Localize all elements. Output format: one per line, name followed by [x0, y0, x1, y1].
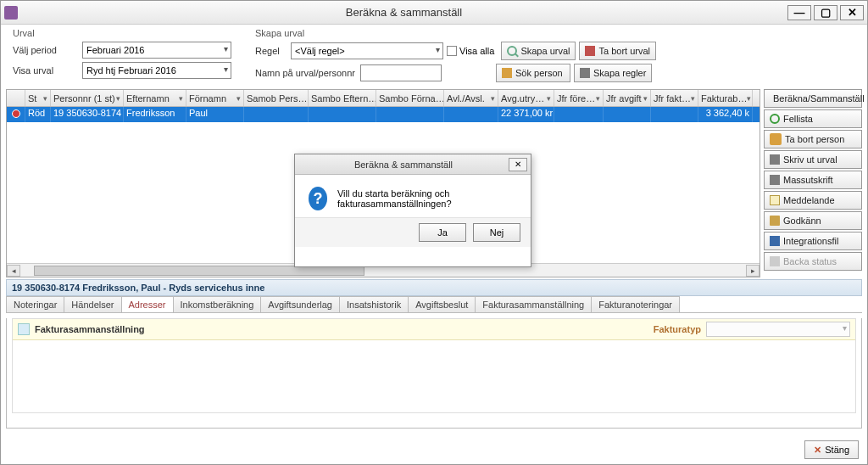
close-icon: ✕ [814, 445, 821, 456]
detail-section-title: Fakturasammanställning [35, 324, 145, 334]
side-button-panel: Beräkna/Sammanställ Fellista Ta bort per… [764, 89, 862, 277]
cell-fakturab: 3 362,40 k [698, 107, 753, 122]
visa-urval-combo[interactable]: Ryd htj Februari 2016 [82, 62, 231, 79]
document-icon [18, 323, 30, 335]
dialog-close-button[interactable]: ✕ [509, 158, 527, 171]
tab-inkomstberakning[interactable]: Inkomstberäkning [173, 296, 262, 312]
cell-fornamn: Paul [186, 107, 244, 122]
visa-urval-label: Visa urval [13, 65, 79, 76]
grid-header-marker[interactable] [7, 90, 25, 106]
cell-efternamn: Fredriksson [124, 107, 186, 122]
close-window-button[interactable]: ✕ [840, 5, 864, 20]
urval-legend: Urval [13, 28, 231, 38]
tab-adresser[interactable]: Adresser [121, 296, 174, 312]
grid-header-jfr-fakt[interactable]: Jfr fakt…▾ [651, 90, 698, 106]
top-form-area: Urval Välj period Februari 2016 Visa urv… [1, 25, 867, 87]
detail-tabs: Noteringar Händelser Adresser Inkomstber… [6, 296, 862, 313]
tab-fakturanoteringar[interactable]: Fakturanoteringar [591, 296, 680, 312]
dialog-body: ? Vill du starta beräkning och fakturasa… [295, 175, 531, 217]
ta-bort-person-button[interactable]: Ta bort person [764, 130, 862, 148]
grid-header-efternamn[interactable]: Efternamn▾ [124, 90, 186, 106]
tab-avgiftsunderlag[interactable]: Avgiftsunderlag [260, 296, 340, 312]
window-title: Beräkna & sammanställ [23, 6, 785, 19]
app-icon [4, 6, 18, 20]
namn-input[interactable] [360, 64, 442, 81]
gear-icon [580, 68, 590, 78]
skapa-regler-button[interactable]: Skapa regler [574, 64, 652, 82]
grid-header-status[interactable]: St▾ [25, 90, 51, 106]
dialog-titlebar: Beräkna & sammanställ ✕ [295, 154, 531, 175]
search-icon [507, 46, 517, 56]
printer-icon [770, 175, 780, 185]
grid-header-fornamn[interactable]: Förnamn▾ [186, 90, 244, 106]
dialog-title: Beräkna & sammanställ [298, 160, 509, 170]
grid-header-sambo-eftern[interactable]: Sambo Eftern…▾ [309, 90, 376, 106]
meddelande-button[interactable]: Meddelande [764, 191, 862, 210]
undo-icon [770, 256, 780, 266]
grid-header-sambo-forna[interactable]: Sambo Förna…▾ [376, 90, 444, 106]
titlebar: Beräkna & sammanställ — ▢ ✕ [1, 1, 867, 25]
dialog-footer: Ja Nej [295, 217, 531, 247]
fakturatyp-combo[interactable] [706, 322, 850, 337]
fakturatyp-label: Fakturatyp [654, 324, 701, 334]
grid-header-fakturab[interactable]: Fakturab…▾ [698, 90, 753, 106]
grid-header-avg-utry[interactable]: Avg.utry…▾ [498, 90, 554, 106]
massutskrift-button[interactable]: Massutskrift [764, 171, 862, 189]
regel-combo[interactable]: <Välj regel> [291, 42, 443, 59]
grid-header-jfr-fore[interactable]: Jfr före…▾ [554, 90, 604, 106]
godkann-button[interactable]: Godkänn [764, 211, 862, 230]
grid-header-personnr[interactable]: Personnr (1 st)▾ [51, 90, 124, 106]
grid-header-samob-pers[interactable]: Samob Pers…▾ [244, 90, 309, 106]
lock-icon [770, 216, 780, 226]
period-label: Välj period [13, 45, 79, 55]
detail-section-header: Fakturasammanställning Fakturatyp [13, 319, 855, 340]
grid-header-row: St▾ Personnr (1 st)▾ Efternamn▾ Förnamn▾… [7, 90, 760, 107]
cell-personnr: 19 350630-8174 [51, 107, 124, 122]
detail-header: 19 350630-8174 Fredriksson, Paul - Ryds … [6, 279, 862, 296]
person-remove-icon [770, 133, 782, 145]
cell-avg-utry: 22 371,00 kr [498, 107, 554, 122]
dialog-text: Vill du starta beräkning och fakturasamm… [337, 188, 517, 209]
tab-insatshistorik[interactable]: Insatshistorik [339, 296, 409, 312]
integration-icon [770, 236, 780, 246]
table-row[interactable]: Röd 19 350630-8174 Fredriksson Paul 22 3… [7, 107, 760, 122]
detail-body: Fakturasammanställning Fakturatyp [6, 318, 862, 429]
grid-header-avl-avsl[interactable]: Avl./Avsl.▾ [444, 90, 498, 106]
fellista-button[interactable]: Fellista [764, 109, 862, 128]
visa-alla-checkbox[interactable]: Visa alla [447, 46, 494, 56]
status-dot-icon [12, 109, 20, 118]
maximize-button[interactable]: ▢ [814, 5, 837, 20]
main-window: Beräkna & sammanställ — ▢ ✕ Urval Välj p… [0, 0, 868, 465]
regel-label: Regel [255, 46, 287, 56]
period-combo[interactable]: Februari 2016 [82, 42, 231, 59]
integrationsfil-button[interactable]: Integrationsfil [764, 232, 862, 250]
mail-icon [770, 195, 780, 205]
scroll-left-arrow[interactable]: ◂ [7, 265, 20, 277]
stang-button[interactable]: ✕Stäng [804, 440, 859, 459]
dialog-ja-button[interactable]: Ja [419, 223, 466, 242]
skapa-urval-legend: Skapa urval [255, 28, 855, 38]
skapa-urval-fieldset: Skapa urval Regel <Välj regel> Visa alla… [250, 28, 860, 87]
printer-icon [770, 154, 780, 165]
ta-bort-urval-button[interactable]: Ta bort urval [579, 42, 656, 60]
skriv-ut-urval-button[interactable]: Skriv ut urval [764, 150, 862, 169]
berakna-sammanstall-button[interactable]: Beräkna/Sammanställ [764, 89, 862, 108]
tab-handelser[interactable]: Händelser [64, 296, 121, 312]
tab-avgiftsbeslut[interactable]: Avgiftsbeslut [408, 296, 476, 312]
grid-header-jfr-avgift[interactable]: Jfr avgift▾ [604, 90, 651, 106]
footer: ✕Stäng [804, 440, 859, 459]
tab-fakturasammanstallning[interactable]: Fakturasammanställning [475, 296, 592, 312]
dialog-nej-button[interactable]: Nej [473, 223, 520, 242]
detail-inner-panel: Fakturasammanställning Fakturatyp [12, 318, 856, 413]
check-icon [770, 114, 780, 124]
cell-status: Röd [25, 107, 51, 122]
tab-noteringar[interactable]: Noteringar [6, 296, 64, 312]
backa-status-button[interactable]: Backa status [764, 252, 862, 271]
minimize-button[interactable]: — [787, 5, 811, 20]
confirm-dialog: Beräkna & sammanställ ✕ ? Vill du starta… [294, 154, 531, 267]
scroll-right-arrow[interactable]: ▸ [746, 265, 760, 277]
namn-label: Namn på urval/personnr [255, 68, 357, 78]
sok-person-button[interactable]: Sök person [496, 64, 570, 82]
trash-icon [585, 46, 595, 56]
skapa-urval-button[interactable]: Skapa urval [501, 42, 576, 60]
